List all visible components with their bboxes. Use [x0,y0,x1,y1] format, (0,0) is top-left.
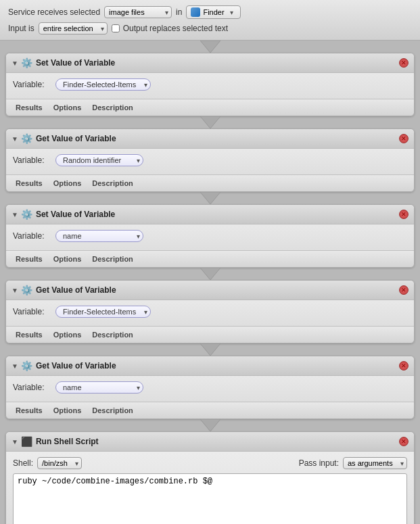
service-receives-label: Service receives selected [8,7,100,17]
results-btn-5[interactable]: Results [13,405,45,416]
results-btn-2[interactable]: Results [13,178,45,189]
var-select-5[interactable]: name [55,381,143,394]
output-checkbox-wrapper[interactable]: Output replaces selected text [112,24,228,33]
disclosure-shell[interactable]: ▼ [11,438,18,446]
description-btn-4[interactable]: Description [89,329,136,340]
top-bar: Service receives selected image files in… [0,0,420,41]
block-get-variable-4: ▼ ⚙️ Get Value of Variable ✕ Variable: F… [5,280,415,343]
output-checkbox[interactable] [112,24,120,32]
close-btn-1[interactable]: ✕ [399,58,409,68]
connector-5 [0,419,420,431]
results-btn-1[interactable]: Results [13,102,45,113]
block-header-4: ▼ ⚙️ Get Value of Variable ✕ [6,281,414,300]
variable-label-1: Variable: [13,80,50,89]
block-header-shell: ▼ ⬛ Run Shell Script ✕ [6,432,414,452]
disclosure-2[interactable]: ▼ [11,135,18,143]
block-get-variable-5: ▼ ⚙️ Get Value of Variable ✕ Variable: n… [5,356,415,419]
input-type-select[interactable]: entire selection [39,22,108,34]
connector-svg-1 [200,116,220,128]
connector-svg-5 [200,419,220,431]
shell-select-wrapper[interactable]: /bin/zsh [37,457,82,469]
options-btn-1[interactable]: Options [51,102,85,113]
description-btn-1[interactable]: Description [89,102,136,113]
connector-svg-0 [200,41,220,53]
disclosure-3[interactable]: ▼ [11,211,18,218]
service-type-select[interactable]: image files [104,6,172,18]
options-btn-3[interactable]: Options [51,254,85,264]
var-select-wrapper-2[interactable]: Random identifier [55,154,143,166]
variable-label-4: Variable: [13,307,50,316]
var-select-wrapper-1[interactable]: Finder-Selected-Items [55,78,151,91]
pass-input-select[interactable]: as arguments [343,457,407,469]
var-select-wrapper-5[interactable]: name [55,381,143,394]
disclosure-1[interactable]: ▼ [11,59,18,67]
var-select-2[interactable]: Random identifier [55,154,143,166]
pass-input-label: Pass input: [299,458,339,468]
connector-svg-3 [200,268,220,280]
variable-row-4: Variable: Finder-Selected-Items [13,306,407,318]
var-select-wrapper-4[interactable]: Finder-Selected-Items [55,306,151,318]
results-btn-4[interactable]: Results [13,329,45,340]
var-select-4[interactable]: Finder-Selected-Items [55,306,151,318]
output-label: Output replaces selected text [123,24,228,33]
shell-select[interactable]: /bin/zsh [37,457,82,469]
close-btn-4[interactable]: ✕ [399,285,409,295]
block-body-1: Variable: Finder-Selected-Items [6,73,414,99]
finder-label: Finder [203,8,224,16]
top-row: Service receives selected image files in… [8,5,412,19]
options-btn-4[interactable]: Options [51,329,85,340]
var-select-3[interactable]: name [55,230,143,242]
close-btn-3[interactable]: ✕ [399,210,409,219]
svg-marker-3 [200,268,220,280]
variable-row-1: Variable: Finder-Selected-Items [13,78,407,91]
input-type-wrapper[interactable]: entire selection [39,22,108,34]
pass-input-select-wrapper[interactable]: as arguments [343,457,407,469]
block-title-4: ▼ ⚙️ Get Value of Variable [11,285,399,295]
block-set-variable-1: ▼ ⚙️ Set Value of Variable ✕ Variable: F… [5,53,415,116]
connector-4 [0,343,420,356]
block-title-5: ▼ ⚙️ Get Value of Variable [11,360,399,371]
description-btn-3[interactable]: Description [89,254,136,264]
svg-marker-4 [200,343,220,356]
disclosure-4[interactable]: ▼ [11,287,18,294]
gear-icon-3: ⚙️ [22,209,32,220]
variable-label-3: Variable: [13,231,50,241]
connector-2 [0,192,420,204]
connector-1 [0,116,420,128]
block-title-text-4: Get Value of Variable [36,285,116,295]
block-footer-5: Results Options Description [6,402,414,419]
close-btn-shell[interactable]: ✕ [399,437,409,446]
finder-button[interactable]: Finder [186,5,240,19]
script-area-wrapper: ruby ~/code/combine-images/combine.rb $@ [13,473,407,524]
gear-icon-1: ⚙️ [22,57,32,68]
description-btn-2[interactable]: Description [89,178,136,189]
results-btn-3[interactable]: Results [13,254,45,264]
close-btn-2[interactable]: ✕ [399,134,409,143]
description-btn-5[interactable]: Description [89,405,136,416]
finder-icon [191,7,200,17]
variable-row-3: Variable: name [13,230,407,242]
svg-marker-0 [200,41,220,53]
block-title-text-2: Get Value of Variable [36,134,116,143]
service-type-wrapper[interactable]: image files [104,6,172,18]
second-row: Input is entire selection Output replace… [8,22,412,34]
svg-marker-2 [200,192,220,204]
var-select-wrapper-3[interactable]: name [55,230,143,242]
var-select-1[interactable]: Finder-Selected-Items [55,78,151,91]
block-footer-1: Results Options Description [6,99,414,116]
block-title-text-3: Set Value of Variable [36,210,115,219]
variable-label-2: Variable: [13,156,50,165]
options-btn-5[interactable]: Options [51,405,85,416]
in-label: in [176,7,182,17]
block-body-4: Variable: Finder-Selected-Items [6,300,414,326]
connector-3 [0,268,420,280]
disclosure-5[interactable]: ▼ [11,362,18,370]
block-header-2: ▼ ⚙️ Get Value of Variable ✕ [6,129,414,149]
options-btn-2[interactable]: Options [51,178,85,189]
gear-icon-4: ⚙️ [22,285,32,295]
block-run-shell-script: ▼ ⬛ Run Shell Script ✕ Shell: /bin/zsh P… [5,431,415,524]
script-textarea[interactable]: ruby ~/code/combine-images/combine.rb $@ [13,473,407,524]
svg-marker-1 [200,116,220,128]
block-title-shell: ▼ ⬛ Run Shell Script [11,436,399,447]
close-btn-5[interactable]: ✕ [399,361,409,371]
